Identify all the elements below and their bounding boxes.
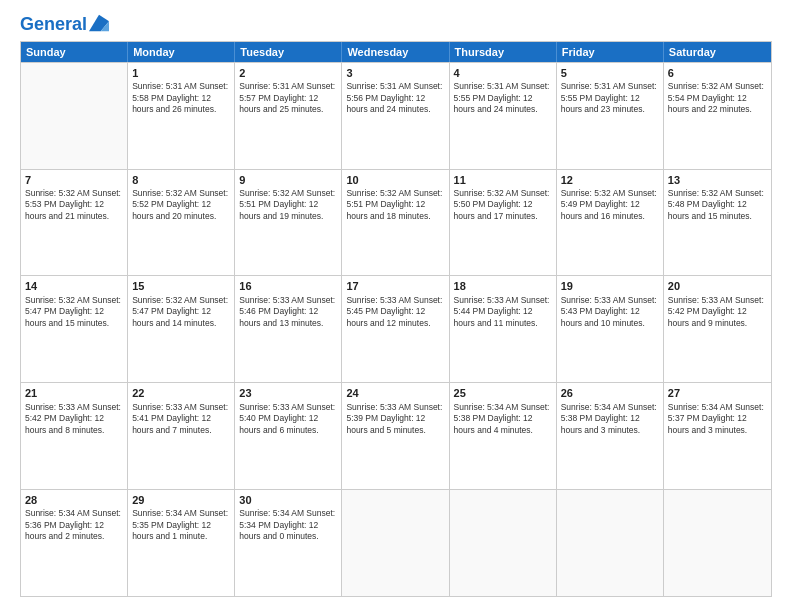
day-header-saturday: Saturday bbox=[664, 42, 771, 62]
calendar-cell: 19Sunrise: 5:33 AM Sunset: 5:43 PM Dayli… bbox=[557, 276, 664, 382]
cell-info: Sunrise: 5:34 AM Sunset: 5:35 PM Dayligh… bbox=[132, 508, 230, 542]
calendar-cell: 25Sunrise: 5:34 AM Sunset: 5:38 PM Dayli… bbox=[450, 383, 557, 489]
cell-date: 22 bbox=[132, 386, 230, 400]
calendar-cell: 13Sunrise: 5:32 AM Sunset: 5:48 PM Dayli… bbox=[664, 170, 771, 276]
cell-date: 19 bbox=[561, 279, 659, 293]
calendar-cell: 11Sunrise: 5:32 AM Sunset: 5:50 PM Dayli… bbox=[450, 170, 557, 276]
cell-info: Sunrise: 5:32 AM Sunset: 5:51 PM Dayligh… bbox=[239, 188, 337, 222]
cell-info: Sunrise: 5:31 AM Sunset: 5:55 PM Dayligh… bbox=[561, 81, 659, 115]
cell-date: 8 bbox=[132, 173, 230, 187]
cell-date: 7 bbox=[25, 173, 123, 187]
calendar-cell: 7Sunrise: 5:32 AM Sunset: 5:53 PM Daylig… bbox=[21, 170, 128, 276]
cell-date: 1 bbox=[132, 66, 230, 80]
calendar-cell: 9Sunrise: 5:32 AM Sunset: 5:51 PM Daylig… bbox=[235, 170, 342, 276]
calendar-header: SundayMondayTuesdayWednesdayThursdayFrid… bbox=[21, 42, 771, 62]
calendar-cell: 6Sunrise: 5:32 AM Sunset: 5:54 PM Daylig… bbox=[664, 63, 771, 169]
calendar-cell: 24Sunrise: 5:33 AM Sunset: 5:39 PM Dayli… bbox=[342, 383, 449, 489]
cell-info: Sunrise: 5:32 AM Sunset: 5:49 PM Dayligh… bbox=[561, 188, 659, 222]
cell-date: 20 bbox=[668, 279, 767, 293]
calendar-cell: 5Sunrise: 5:31 AM Sunset: 5:55 PM Daylig… bbox=[557, 63, 664, 169]
cell-info: Sunrise: 5:31 AM Sunset: 5:55 PM Dayligh… bbox=[454, 81, 552, 115]
calendar-body: 1Sunrise: 5:31 AM Sunset: 5:58 PM Daylig… bbox=[21, 62, 771, 596]
cell-info: Sunrise: 5:33 AM Sunset: 5:39 PM Dayligh… bbox=[346, 402, 444, 436]
cell-info: Sunrise: 5:33 AM Sunset: 5:46 PM Dayligh… bbox=[239, 295, 337, 329]
cell-date: 25 bbox=[454, 386, 552, 400]
cell-date: 5 bbox=[561, 66, 659, 80]
cell-info: Sunrise: 5:34 AM Sunset: 5:38 PM Dayligh… bbox=[454, 402, 552, 436]
calendar-cell: 27Sunrise: 5:34 AM Sunset: 5:37 PM Dayli… bbox=[664, 383, 771, 489]
cell-date: 4 bbox=[454, 66, 552, 80]
cell-info: Sunrise: 5:33 AM Sunset: 5:42 PM Dayligh… bbox=[668, 295, 767, 329]
calendar-cell: 3Sunrise: 5:31 AM Sunset: 5:56 PM Daylig… bbox=[342, 63, 449, 169]
cell-date: 11 bbox=[454, 173, 552, 187]
cell-date: 30 bbox=[239, 493, 337, 507]
calendar-cell bbox=[21, 63, 128, 169]
cell-info: Sunrise: 5:33 AM Sunset: 5:43 PM Dayligh… bbox=[561, 295, 659, 329]
cell-info: Sunrise: 5:31 AM Sunset: 5:57 PM Dayligh… bbox=[239, 81, 337, 115]
cell-info: Sunrise: 5:34 AM Sunset: 5:36 PM Dayligh… bbox=[25, 508, 123, 542]
calendar-cell: 2Sunrise: 5:31 AM Sunset: 5:57 PM Daylig… bbox=[235, 63, 342, 169]
calendar-week-3: 14Sunrise: 5:32 AM Sunset: 5:47 PM Dayli… bbox=[21, 275, 771, 382]
calendar-cell: 4Sunrise: 5:31 AM Sunset: 5:55 PM Daylig… bbox=[450, 63, 557, 169]
cell-date: 2 bbox=[239, 66, 337, 80]
cell-info: Sunrise: 5:33 AM Sunset: 5:41 PM Dayligh… bbox=[132, 402, 230, 436]
day-header-tuesday: Tuesday bbox=[235, 42, 342, 62]
cell-date: 17 bbox=[346, 279, 444, 293]
cell-date: 24 bbox=[346, 386, 444, 400]
cell-date: 6 bbox=[668, 66, 767, 80]
cell-info: Sunrise: 5:32 AM Sunset: 5:47 PM Dayligh… bbox=[25, 295, 123, 329]
calendar-cell: 8Sunrise: 5:32 AM Sunset: 5:52 PM Daylig… bbox=[128, 170, 235, 276]
calendar: SundayMondayTuesdayWednesdayThursdayFrid… bbox=[20, 41, 772, 597]
calendar-cell: 26Sunrise: 5:34 AM Sunset: 5:38 PM Dayli… bbox=[557, 383, 664, 489]
cell-info: Sunrise: 5:31 AM Sunset: 5:58 PM Dayligh… bbox=[132, 81, 230, 115]
calendar-cell: 29Sunrise: 5:34 AM Sunset: 5:35 PM Dayli… bbox=[128, 490, 235, 596]
cell-info: Sunrise: 5:31 AM Sunset: 5:56 PM Dayligh… bbox=[346, 81, 444, 115]
calendar-cell: 10Sunrise: 5:32 AM Sunset: 5:51 PM Dayli… bbox=[342, 170, 449, 276]
calendar-week-4: 21Sunrise: 5:33 AM Sunset: 5:42 PM Dayli… bbox=[21, 382, 771, 489]
cell-info: Sunrise: 5:34 AM Sunset: 5:34 PM Dayligh… bbox=[239, 508, 337, 542]
day-header-wednesday: Wednesday bbox=[342, 42, 449, 62]
calendar-cell bbox=[450, 490, 557, 596]
cell-date: 15 bbox=[132, 279, 230, 293]
cell-date: 29 bbox=[132, 493, 230, 507]
cell-date: 13 bbox=[668, 173, 767, 187]
cell-info: Sunrise: 5:33 AM Sunset: 5:45 PM Dayligh… bbox=[346, 295, 444, 329]
calendar-cell: 16Sunrise: 5:33 AM Sunset: 5:46 PM Dayli… bbox=[235, 276, 342, 382]
cell-info: Sunrise: 5:32 AM Sunset: 5:54 PM Dayligh… bbox=[668, 81, 767, 115]
calendar-cell: 15Sunrise: 5:32 AM Sunset: 5:47 PM Dayli… bbox=[128, 276, 235, 382]
header: General bbox=[20, 15, 772, 33]
logo-icon bbox=[89, 13, 109, 33]
calendar-cell: 28Sunrise: 5:34 AM Sunset: 5:36 PM Dayli… bbox=[21, 490, 128, 596]
cell-info: Sunrise: 5:34 AM Sunset: 5:38 PM Dayligh… bbox=[561, 402, 659, 436]
cell-info: Sunrise: 5:33 AM Sunset: 5:40 PM Dayligh… bbox=[239, 402, 337, 436]
cell-date: 27 bbox=[668, 386, 767, 400]
cell-date: 28 bbox=[25, 493, 123, 507]
calendar-cell: 1Sunrise: 5:31 AM Sunset: 5:58 PM Daylig… bbox=[128, 63, 235, 169]
logo-text: General bbox=[20, 15, 87, 35]
calendar-cell: 12Sunrise: 5:32 AM Sunset: 5:49 PM Dayli… bbox=[557, 170, 664, 276]
cell-info: Sunrise: 5:32 AM Sunset: 5:51 PM Dayligh… bbox=[346, 188, 444, 222]
logo: General bbox=[20, 15, 109, 33]
cell-info: Sunrise: 5:32 AM Sunset: 5:48 PM Dayligh… bbox=[668, 188, 767, 222]
calendar-week-1: 1Sunrise: 5:31 AM Sunset: 5:58 PM Daylig… bbox=[21, 62, 771, 169]
cell-date: 18 bbox=[454, 279, 552, 293]
day-header-thursday: Thursday bbox=[450, 42, 557, 62]
cell-date: 3 bbox=[346, 66, 444, 80]
cell-date: 14 bbox=[25, 279, 123, 293]
calendar-cell: 20Sunrise: 5:33 AM Sunset: 5:42 PM Dayli… bbox=[664, 276, 771, 382]
cell-date: 26 bbox=[561, 386, 659, 400]
cell-info: Sunrise: 5:32 AM Sunset: 5:47 PM Dayligh… bbox=[132, 295, 230, 329]
calendar-cell: 23Sunrise: 5:33 AM Sunset: 5:40 PM Dayli… bbox=[235, 383, 342, 489]
cell-info: Sunrise: 5:33 AM Sunset: 5:44 PM Dayligh… bbox=[454, 295, 552, 329]
cell-date: 16 bbox=[239, 279, 337, 293]
day-header-friday: Friday bbox=[557, 42, 664, 62]
day-header-monday: Monday bbox=[128, 42, 235, 62]
calendar-cell: 17Sunrise: 5:33 AM Sunset: 5:45 PM Dayli… bbox=[342, 276, 449, 382]
cell-info: Sunrise: 5:34 AM Sunset: 5:37 PM Dayligh… bbox=[668, 402, 767, 436]
calendar-cell: 30Sunrise: 5:34 AM Sunset: 5:34 PM Dayli… bbox=[235, 490, 342, 596]
cell-info: Sunrise: 5:32 AM Sunset: 5:52 PM Dayligh… bbox=[132, 188, 230, 222]
cell-info: Sunrise: 5:33 AM Sunset: 5:42 PM Dayligh… bbox=[25, 402, 123, 436]
calendar-cell bbox=[342, 490, 449, 596]
calendar-cell: 22Sunrise: 5:33 AM Sunset: 5:41 PM Dayli… bbox=[128, 383, 235, 489]
cell-info: Sunrise: 5:32 AM Sunset: 5:53 PM Dayligh… bbox=[25, 188, 123, 222]
